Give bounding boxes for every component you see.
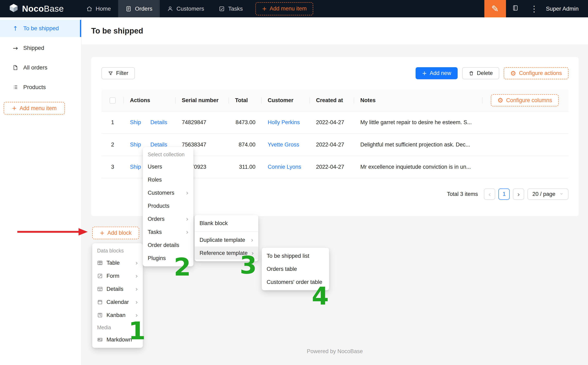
nav-item-orders[interactable]: Orders (118, 0, 160, 17)
home-icon (86, 6, 92, 12)
sidebar-item-shipped[interactable]: → Shipped (0, 39, 81, 56)
trash-icon (469, 71, 474, 76)
chevron-right-icon: › (517, 190, 520, 198)
created-at-cell: 2022-04-27 (310, 119, 354, 126)
sidebar-item-label: Products (23, 84, 46, 91)
nocobase-logo-icon (9, 3, 18, 14)
menu-item-calendar[interactable]: Calendar › (92, 295, 143, 309)
gear-icon: ⚙ (510, 70, 516, 77)
sidebar: ↑ To be shipped → Shipped All orders Pro… (0, 17, 82, 365)
nocobase-logo[interactable]: NocoBase (0, 0, 73, 17)
customer-link[interactable]: Connie Lyons (268, 164, 301, 170)
nav-item-label: Tasks (228, 6, 243, 12)
list-icon (12, 84, 19, 90)
chevron-right-icon: › (135, 299, 138, 305)
pagination-prev-button[interactable]: ‹ (484, 189, 495, 200)
menu-item-details[interactable]: Details › (92, 282, 143, 295)
column-header-customer[interactable]: Customer (262, 97, 310, 104)
book-icon (512, 5, 519, 13)
pagination-next-button[interactable]: › (513, 189, 524, 200)
customers-icon (167, 6, 173, 12)
navbar-add-menu-item-button[interactable]: + Add menu item (256, 2, 313, 15)
menu-item-roles[interactable]: Roles (143, 173, 193, 186)
serial-cell: 74829847 (176, 119, 229, 126)
pagination-total: Total 3 items (447, 191, 478, 197)
configure-actions-button[interactable]: ⚙ Configure actions (504, 67, 568, 79)
top-navbar: NocoBase Home Orders Customers (0, 0, 588, 17)
form-icon (97, 273, 103, 279)
details-link[interactable]: Details (150, 119, 167, 126)
filter-icon (108, 71, 113, 76)
document-icon (12, 65, 19, 70)
arrow-up-icon: ↑ (12, 25, 19, 32)
select-all-cell (101, 97, 124, 104)
nav-item-customers[interactable]: Customers (160, 0, 211, 17)
chevron-right-icon: › (135, 286, 138, 292)
column-header-created-at[interactable]: Created at (310, 97, 354, 104)
ship-link[interactable]: Ship (130, 119, 141, 126)
nav-item-label: Customers (176, 6, 204, 12)
menu-item-products[interactable]: Products (143, 199, 193, 212)
customer-link[interactable]: Yvette Gross (268, 141, 299, 148)
nav-item-tasks[interactable]: Tasks (211, 0, 250, 17)
pagination-page-1[interactable]: 1 (498, 189, 510, 200)
column-header-total[interactable]: Total (229, 97, 262, 104)
created-at-cell: 2022-04-27 (310, 141, 354, 148)
nav-item-label: Home (96, 6, 111, 12)
column-header-actions[interactable]: Actions (124, 97, 176, 104)
menu-item-customers[interactable]: Customers› (143, 186, 193, 199)
menu-item-orders-table[interactable]: Orders table (262, 262, 329, 275)
filter-button[interactable]: Filter (101, 67, 135, 79)
sidebar-item-all-orders[interactable]: All orders (0, 59, 81, 76)
plus-icon: + (262, 6, 267, 12)
customer-link[interactable]: Holly Perkins (268, 119, 300, 126)
column-header-notes[interactable]: Notes (354, 97, 482, 104)
user-menu[interactable]: Super Admin (544, 0, 588, 17)
select-all-checkbox[interactable] (109, 98, 116, 104)
menu-item-users[interactable]: Users (143, 160, 193, 173)
notes-cell: Mr excellence inquietude conviction is i… (354, 164, 482, 170)
menu-item-duplicate-template[interactable]: Duplicate template› (195, 233, 258, 246)
more-menu-button[interactable]: ⋮ (525, 0, 544, 17)
sidebar-item-label: Shipped (23, 45, 44, 51)
delete-button[interactable]: Delete (462, 67, 499, 79)
sidebar-add-menu-item-button[interactable]: + Add menu item (4, 102, 65, 115)
table-row[interactable]: 1 Ship Details 74829847 8473.00 Holly Pe… (101, 112, 568, 134)
menu-item-table[interactable]: Table › (92, 256, 143, 269)
highlighter-icon: ✎ (491, 3, 499, 14)
row-index: 3 (101, 164, 124, 170)
menu-divider (195, 232, 258, 232)
page-size-select[interactable]: 20 / page (527, 189, 568, 200)
annotation-step-4: 4 (312, 284, 329, 309)
tasks-icon (219, 6, 225, 12)
add-block-button[interactable]: + Add block (92, 227, 139, 239)
nav-item-home[interactable]: Home (79, 0, 118, 17)
calendar-icon (97, 299, 103, 305)
toolbar-right: + Add new Delete ⚙ Conf (416, 67, 568, 79)
chevron-right-icon: › (186, 229, 189, 235)
add-new-button[interactable]: + Add new (416, 67, 458, 79)
configure-columns-button[interactable]: ⚙ Configure columns (491, 94, 559, 106)
menu-item-to-be-shipped-list[interactable]: To be shipped list (262, 249, 329, 262)
row-index: 1 (101, 119, 124, 126)
customer-cell: Holly Perkins (262, 119, 310, 126)
ship-link[interactable]: Ship (130, 141, 141, 148)
configure-columns-cell: ⚙ Configure columns (482, 94, 568, 106)
ship-link[interactable]: Ship (130, 164, 141, 170)
annotation-step-2: 2 (174, 255, 191, 279)
plugin-button[interactable] (506, 0, 525, 17)
table-icon (97, 260, 103, 266)
menu-item-tasks[interactable]: Tasks› (143, 225, 193, 239)
menu-item-form[interactable]: Form › (92, 269, 143, 282)
menu-item-orders[interactable]: Orders› (143, 212, 193, 225)
column-header-serial-number[interactable]: Serial number (176, 97, 229, 104)
chevron-right-icon: › (251, 237, 253, 243)
menu-item-blank-block[interactable]: Blank block (195, 217, 258, 230)
notes-cell: My little garret repair to desire he est… (354, 119, 482, 126)
main-nav: Home Orders Customers Tasks (79, 0, 250, 17)
sidebar-item-products[interactable]: Products (0, 79, 81, 96)
powered-by-footer: Powered by NocoBase (82, 348, 588, 355)
sidebar-item-to-be-shipped[interactable]: ↑ To be shipped (0, 20, 81, 37)
ui-editor-button[interactable]: ✎ (484, 0, 506, 17)
menu-item-order-details[interactable]: Order details (143, 239, 193, 252)
